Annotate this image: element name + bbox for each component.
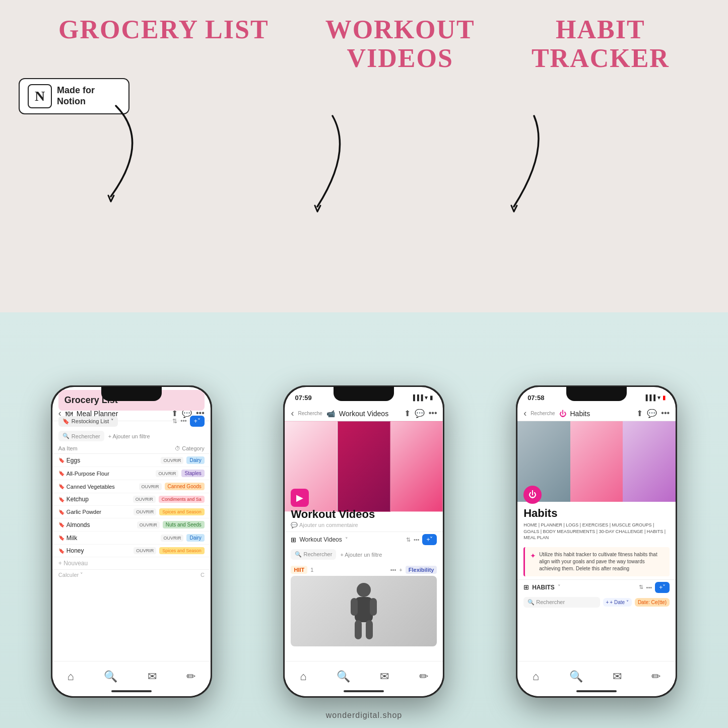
search-nav-icon-h[interactable]: 🔍 <box>569 670 583 683</box>
edit-nav-icon-w[interactable]: ✏ <box>419 670 428 683</box>
ouvrir-btn[interactable]: OUVRIR <box>134 547 156 554</box>
habits-hero-cell-2 <box>570 421 623 502</box>
inbox-nav-icon-h[interactable]: ✉ <box>613 670 622 683</box>
nav-title-habits: Habits <box>570 410 633 418</box>
more-icon-db[interactable]: ••• <box>414 537 420 543</box>
bookmark-icon: 🔖 <box>58 522 64 527</box>
phone-habits-body: 07:58 ▐▐▐ ▾ ▮ ‹ Recherche ⏻ Habits ⬆ 💬 <box>516 385 677 698</box>
workout-hero: ▶ <box>285 421 443 512</box>
nav-actions-workout: ⬆ 💬 ••• <box>404 409 437 418</box>
habits-toolbar: ⊞ HABITS ˅ ⇅ ••• +˅ <box>517 579 676 595</box>
more-icon-workout[interactable]: ••• <box>429 409 437 418</box>
hero-cell-2 <box>338 421 390 512</box>
back-button-workout[interactable]: ‹ <box>291 408 294 419</box>
more-icon-habits[interactable]: ••• <box>661 409 670 418</box>
more-icon-habits-db[interactable]: ••• <box>646 584 652 590</box>
add-filter-grocery[interactable]: + Ajouter un filtre <box>108 433 150 439</box>
inbox-nav-icon-w[interactable]: ✉ <box>380 670 389 683</box>
habits-hero-cell-3 <box>623 421 676 502</box>
back-button-habits[interactable]: ‹ <box>523 408 526 419</box>
add-btn-workout[interactable]: +˅ <box>422 534 437 545</box>
home-nav-icon-w[interactable]: ⌂ <box>300 670 306 683</box>
ouvrir-btn[interactable]: OUVRIR <box>156 470 178 477</box>
add-new-row[interactable]: + Nouveau <box>52 557 211 569</box>
bookmark-icon: 🔖 <box>58 535 64 541</box>
search-nav-icon-w[interactable]: 🔍 <box>337 670 350 683</box>
nav-bar-workout: ‹ Recherche 📹 Workout Videos ⬆ 💬 ••• <box>285 406 443 421</box>
edit-nav-icon[interactable]: ✏ <box>186 670 195 683</box>
ouvrir-btn[interactable]: OUVRIR <box>161 535 183 542</box>
habits-search[interactable]: 🔍 Rechercher <box>523 597 600 608</box>
sort-icon[interactable]: ⇅ <box>172 418 177 425</box>
ouvrir-btn[interactable]: OUVRIR <box>134 508 156 515</box>
hiit-more[interactable]: ••• <box>390 567 396 573</box>
workout-content: Workout Videos 💬 Ajouter un commentaire … <box>285 503 443 661</box>
more-toolbar-icon[interactable]: ••• <box>180 418 187 425</box>
home-nav-icon-h[interactable]: ⌂ <box>533 670 539 683</box>
search-nav-icon[interactable]: 🔍 <box>104 670 117 683</box>
category-tag: Spices and Season <box>159 508 205 515</box>
ouvrir-btn[interactable]: OUVRIR <box>139 483 162 490</box>
hero-cell-3 <box>390 421 443 512</box>
category-tag: Nuts and Seeds <box>163 521 205 528</box>
home-nav-icon[interactable]: ⌂ <box>68 670 74 683</box>
share-icon-workout[interactable]: ⬆ <box>404 409 411 418</box>
add-filter-workout[interactable]: + Ajouter un filtre <box>340 552 382 558</box>
svg-point-0 <box>357 583 371 597</box>
workout-search[interactable]: 🔍 Rechercher <box>291 549 336 560</box>
habits-info-text: Utilize this habit tracker to cultivate … <box>539 551 665 572</box>
hiit-add[interactable]: + <box>399 567 402 573</box>
add-btn-habits[interactable]: +˅ <box>655 582 670 593</box>
habits-filter-row: 🔍 Rechercher + + Date ˅ Date: Ce(tte) <box>517 595 676 610</box>
grocery-table-header: Aa Item ⏱ Category <box>52 443 211 454</box>
sort-icon-workout[interactable]: ⇅ <box>406 537 411 543</box>
grocery-search[interactable]: 🔍 Rechercher <box>58 431 104 441</box>
date-filter[interactable]: + + Date ˅ <box>603 598 632 607</box>
phone-notch-habits <box>566 387 627 401</box>
date-filter2[interactable]: Date: Ce(tte) <box>635 598 670 607</box>
add-btn-grocery[interactable]: +˅ <box>190 416 205 427</box>
sort-icon-habits[interactable]: ⇅ <box>639 584 643 590</box>
bookmark-icon: 🔖 <box>62 418 70 425</box>
workout-card[interactable] <box>291 576 437 646</box>
grid-icon: ⊞ <box>291 536 296 544</box>
restocking-list-btn[interactable]: 🔖 Restocking List ˅ <box>58 416 118 427</box>
habits-content: Habits HOME | PLANNER | LOGS | EXERCISES… <box>517 503 676 661</box>
item-name: Ketchup <box>67 496 133 503</box>
item-name: Almonds <box>67 521 137 528</box>
table-row: 🔖 Eggs OUVRIR Dairy <box>52 454 211 467</box>
share-icon-habits[interactable]: ⬆ <box>636 409 643 418</box>
comment-icon-small: 💬 <box>291 522 298 528</box>
inbox-nav-icon[interactable]: ✉ <box>148 670 157 683</box>
flexibility-tag: Flexibility <box>406 566 437 574</box>
edit-nav-icon-h[interactable]: ✏ <box>651 670 660 683</box>
workout-toolbar: ⊞ Workout Videos ˅ ⇅ ••• +˅ <box>285 532 443 547</box>
ouvrir-btn[interactable]: OUVRIR <box>161 457 183 464</box>
ouvrir-btn[interactable]: OUVRIR <box>133 496 156 503</box>
workout-db-name: Workout Videos <box>299 536 342 543</box>
footer: wonderdigital.shop <box>0 711 728 720</box>
table-row: 🔖 Garlic Powder OUVRIR Spices and Season <box>52 506 211 518</box>
power-icon-overlay: ⏻ <box>523 486 542 504</box>
item-name: Honey <box>67 547 134 554</box>
grocery-content: Grocery List 🔖 Restocking List ˅ ⇅ ••• +… <box>52 387 211 661</box>
bookmark-icon: 🔖 <box>58 509 64 515</box>
hiit-tag: HIIT <box>291 566 307 574</box>
bookmark-icon: 🔖 <box>58 471 64 476</box>
nav-bar-habits: ‹ Recherche ⏻ Habits ⬆ 💬 ••• <box>517 406 676 421</box>
svg-rect-2 <box>351 598 358 616</box>
phones-area: 08:22 ▐▐▐ ▾ ▮ ‹ 🍽 Meal Planner ⬆ 💬 <box>0 385 728 698</box>
phone-grocery: 08:22 ▐▐▐ ▾ ▮ ‹ 🍽 Meal Planner ⬆ 💬 <box>51 385 212 698</box>
home-indicator <box>111 690 152 692</box>
habits-title-section: Habits HOME | PLANNER | LOGS | EXERCISES… <box>517 503 676 544</box>
category-tag: Spices and Season <box>159 547 205 554</box>
ouvrir-btn[interactable]: OUVRIR <box>137 521 160 528</box>
item-name: All-Purpose Flour <box>67 471 156 477</box>
comment-icon-workout[interactable]: 💬 <box>415 409 425 418</box>
comment-icon-habits[interactable]: 💬 <box>647 409 657 418</box>
section-titles-container: Grocery List Workout Videos Habit Tracke… <box>0 15 728 73</box>
habits-page-title: Habits <box>523 507 670 520</box>
power-icon-nav: ⏻ <box>559 410 566 418</box>
nav-title-workout: Workout Videos <box>339 410 400 418</box>
table-row: 🔖 Almonds OUVRIR Nuts and Seeds <box>52 518 211 532</box>
